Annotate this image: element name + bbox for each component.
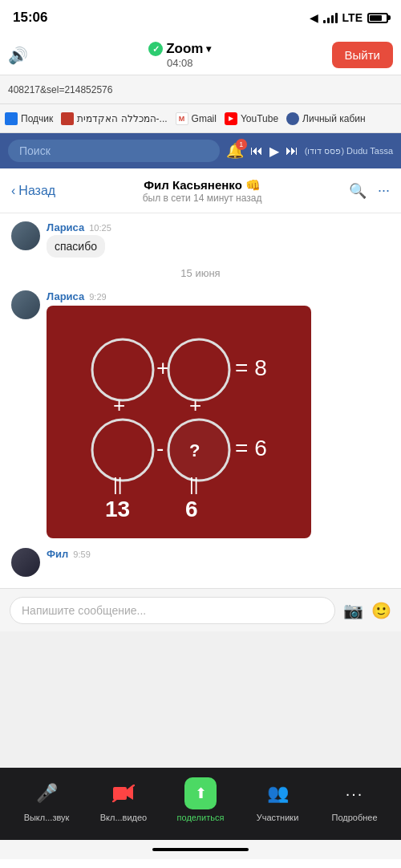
message-input-bar: Напишите сообщение... 📷 🙂 xyxy=(0,588,401,631)
zoom-shield-icon xyxy=(148,42,163,56)
svg-point-6 xyxy=(92,420,153,481)
play-icon[interactable]: ▶ xyxy=(269,144,279,159)
svg-text:13: 13 xyxy=(105,497,130,521)
avatar-larisa xyxy=(11,290,40,319)
exit-button[interactable]: Выйти xyxy=(332,42,393,68)
zoom-btn-participants[interactable]: 👥 Участники xyxy=(253,777,302,822)
bookmarks-bar: Подчик המכללה האקדמית-... M Gmail YouTub… xyxy=(0,104,401,133)
zoom-duration: 04:08 xyxy=(148,57,211,69)
microphone-icon: 🎤 xyxy=(30,777,63,809)
zoom-left: 🔊 xyxy=(8,46,28,65)
search-icon[interactable]: 🔍 xyxy=(349,182,367,200)
svg-text:||: || xyxy=(113,474,122,494)
speaker-icon: 🔊 xyxy=(8,46,28,65)
input-placeholder: Напишите сообщение... xyxy=(22,604,146,617)
battery-icon xyxy=(367,13,388,23)
zoom-title: Zoom ▾ xyxy=(148,41,211,57)
zoom-btn-more-label: Подробнее xyxy=(331,813,377,822)
zoom-btn-video[interactable]: Вкл...видео xyxy=(99,777,148,822)
zoom-btn-audio-label: Выкл...звук xyxy=(24,813,70,822)
gmail-icon: M xyxy=(176,112,188,125)
bookmark-label: Gmail xyxy=(192,113,217,124)
sender-name: Лариса xyxy=(47,221,84,233)
message-row: Лариса 10:25 спасибо xyxy=(11,221,390,258)
zoom-btn-share[interactable]: ⬆ поделиться xyxy=(176,777,225,822)
bookmark-label: המכללה האקדמית-... xyxy=(77,113,167,124)
bookmark-podchik[interactable]: Подчик xyxy=(5,112,53,125)
hebrew-icon xyxy=(61,112,74,125)
svg-text:+: + xyxy=(113,393,125,417)
lte-label: LTE xyxy=(342,11,363,24)
message-time-larisa: 9:29 xyxy=(89,292,106,302)
zoom-btn-more[interactable]: ··· Подробнее xyxy=(330,777,379,822)
next-track-icon[interactable]: ⏭ xyxy=(286,144,298,158)
video-icon xyxy=(107,777,140,809)
participants-icon: 👥 xyxy=(261,777,294,809)
back-button[interactable]: ‹ Назад xyxy=(11,184,55,198)
spacer xyxy=(0,631,401,768)
bookmark-label: YouTube xyxy=(241,113,278,124)
location-icon: ◀ xyxy=(310,11,318,24)
vk-bar: Поиск 🔔 1 ⏮ ▶ ⏭ Dudu Tassa (פסס דודו) xyxy=(0,133,401,168)
home-bar xyxy=(152,848,249,851)
back-chevron-icon: ‹ xyxy=(11,184,15,198)
zoom-btn-audio[interactable]: 🎤 Выкл...звук xyxy=(22,777,71,822)
bookmark-gmail[interactable]: M Gmail xyxy=(176,112,217,125)
chat-header: ‹ Назад Фил Касьяненко 👊 был в сети 14 м… xyxy=(0,168,401,213)
zoom-center: Zoom ▾ 04:08 xyxy=(148,41,211,69)
chat-header-center: Фил Касьяненко 👊 был в сети 14 минут наз… xyxy=(143,178,262,204)
status-bar: 15:06 ◀ LTE xyxy=(0,0,401,35)
message-content-fil: Фил 9:59 xyxy=(47,548,91,577)
emoji-icon[interactable]: 🙂 xyxy=(371,601,391,620)
share-icon: ⬆ xyxy=(184,777,217,809)
vk-notification-bell[interactable]: 🔔 1 xyxy=(226,142,244,160)
bookmark-personal[interactable]: Личный кабин xyxy=(286,112,366,125)
browser-address-bar[interactable]: 408217&sel=214852576 xyxy=(0,75,401,104)
bookmark-label: Подчик xyxy=(21,113,53,124)
sender-name-fil: Фил xyxy=(47,548,68,560)
message-sender-time: Лариса 10:25 xyxy=(47,221,111,233)
vk-user-name: Dudu Tassa (פסס דודו) xyxy=(305,146,393,156)
more-options-icon[interactable]: ··· xyxy=(378,182,390,200)
message-row-fil: Фил 9:59 xyxy=(11,548,390,577)
address-text: 408217&sel=214852576 xyxy=(8,84,112,95)
bookmark-hebrew[interactable]: המכללה האקדמית-... xyxy=(61,112,167,125)
notification-badge: 1 xyxy=(236,139,247,150)
date-divider: 15 июня xyxy=(11,267,390,279)
svg-text:?: ? xyxy=(189,440,200,460)
svg-text:+: + xyxy=(189,393,201,417)
zoom-bottom-bar: 🎤 Выкл...звук Вкл...видео ⬆ поделиться 👥… xyxy=(0,768,401,840)
math-puzzle-image: + = 8 + + - ? = 6 || || 13 xyxy=(47,306,311,538)
svg-text:6: 6 xyxy=(185,497,198,521)
vk-search[interactable]: Поиск xyxy=(8,140,220,162)
bookmark-label: Личный кабин xyxy=(302,113,366,124)
message-input[interactable]: Напишите сообщение... xyxy=(10,597,335,624)
zoom-btn-share-label: поделиться xyxy=(177,813,225,822)
zoom-btn-participants-label: Участники xyxy=(257,813,299,822)
chat-partner-status: был в сети 14 минут назад xyxy=(143,193,262,204)
signal-bars xyxy=(323,12,338,23)
play-icon xyxy=(5,112,18,125)
youtube-icon xyxy=(225,112,237,125)
chat-header-actions: 🔍 ··· xyxy=(349,182,390,200)
status-right: ◀ LTE xyxy=(310,11,388,24)
home-indicator xyxy=(0,840,401,859)
svg-point-2 xyxy=(168,339,229,400)
zoom-bar: 🔊 Zoom ▾ 04:08 Выйти xyxy=(0,35,401,75)
message-sender-time-fil: Фил 9:59 xyxy=(47,548,91,560)
svg-text:= 6: = 6 xyxy=(235,436,267,460)
zoom-title-text: Zoom xyxy=(166,41,203,57)
more-icon: ··· xyxy=(338,777,371,809)
message-text: спасибо xyxy=(47,235,105,258)
back-label: Назад xyxy=(18,184,55,198)
message-sender-time-2: Лариса 9:29 xyxy=(47,290,311,302)
bookmark-youtube[interactable]: YouTube xyxy=(225,112,278,125)
svg-text:= 8: = 8 xyxy=(235,355,267,380)
svg-point-0 xyxy=(92,339,153,400)
svg-text:||: || xyxy=(189,474,198,494)
zoom-btn-video-label: Вкл...видео xyxy=(100,813,148,822)
prev-track-icon[interactable]: ⏮ xyxy=(250,144,263,158)
zoom-chevron-icon: ▾ xyxy=(206,43,211,55)
camera-icon[interactable]: 📷 xyxy=(343,601,363,620)
message-content: Лариса 10:25 спасибо xyxy=(47,221,111,258)
